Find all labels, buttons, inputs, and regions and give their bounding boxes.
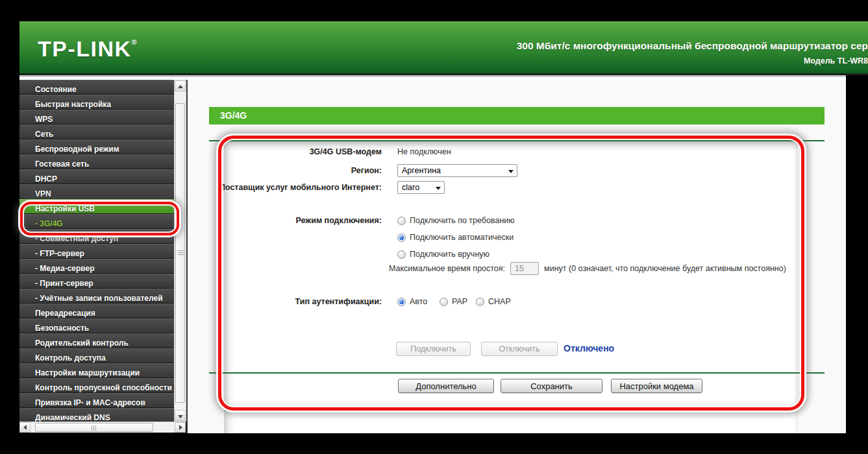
modem-status-value: Не подключен [397,145,451,158]
connect-button[interactable]: Подключить [396,342,471,356]
auth-option-chap[interactable]: CHAP [476,295,511,308]
header: TP-LINK® 300 Мбит/с многофункциональный … [19,21,868,75]
idle-time-input[interactable] [510,262,539,275]
sidebar-item-label: Переадресация [35,309,95,318]
sidebar-item-label: Состояние [35,85,77,94]
sidebar-item-label: Гостевая сеть [35,160,89,169]
auth-option-pap[interactable]: PAP [440,295,467,308]
radio-label[interactable]: Подключить по требованию [410,216,515,225]
scroll-down-button[interactable] [175,410,186,421]
radio-button-icon[interactable] [397,250,406,259]
radio-label[interactable]: Подключить вручную [410,250,490,259]
sidebar-item-label: Настройки маршрутизации [35,368,140,377]
sidebar-item-dynamic-dns[interactable]: Динамический DNS [19,408,174,422]
sidebar-item-network[interactable]: Сеть [19,125,174,139]
sidebar-item-3g4g[interactable]: - 3G/4G [19,214,174,229]
sidebar-item-label: - FTP-сервер [35,249,84,258]
scroll-right-button[interactable] [175,422,186,433]
region-label: Регион: [201,164,382,177]
modem-settings-button[interactable]: Настройки модема [611,379,702,393]
sidebar-item-wireless[interactable]: Беспроводной режим [19,139,174,154]
region-selected-value: Аргентина [402,166,441,175]
idle-time-row: Максимальное время простоя: минут (0 озн… [389,262,786,275]
mode-option-automatic[interactable]: Подключить автоматически [397,231,514,244]
sidebar-item-wps[interactable]: WPS [19,110,174,125]
radio-label[interactable]: PAP [452,297,467,306]
page: TP-LINK® 300 Мбит/с многофункциональный … [0,0,868,454]
sidebar-item-ip-mac-binding[interactable]: Привязка IP- и MAC-адресов [19,393,174,408]
radio-label[interactable]: Авто [410,297,427,306]
horizontal-scrollbar-thumb[interactable] [35,423,153,432]
chevron-down-icon [508,170,514,173]
sidebar-item-media-server[interactable]: - Медиа-сервер [19,259,174,274]
disconnect-button[interactable]: Отключить [481,342,558,356]
radio-button-icon[interactable] [397,217,406,225]
sidebar-item-label: VPN [35,189,51,198]
sidebar-item-label: Быстрая настройка [35,100,111,109]
vertical-scrollbar-thumb[interactable] [175,103,185,403]
sidebar-item-print-server[interactable]: - Принт-сервер [19,274,174,289]
arrow-left-icon [23,425,27,430]
sidebar-vertical-scrollbar[interactable] [174,80,186,422]
router-description: 300 Мбит/с многофункциональный беспровод… [517,40,868,52]
region-select[interactable]: Аргентина [397,164,517,177]
radio-button-icon[interactable] [440,298,448,306]
radio-button-icon[interactable] [476,298,484,306]
sidebar-item-dhcp[interactable]: DHCP [19,169,174,184]
advanced-button[interactable]: Дополнительно [398,379,494,393]
arrow-up-icon [178,85,183,88]
scroll-up-button[interactable] [175,80,186,91]
auth-type-label: Тип аутентифиакции: [201,295,382,308]
sidebar-item-label: - Принт-сервер [35,279,93,288]
mode-option-manual[interactable]: Подключить вручную [397,248,490,261]
idle-time-label: Максимальное время простоя: [389,264,505,273]
sidebar-item-forwarding[interactable]: Переадресация [19,304,174,318]
sidebar-item-shared-access[interactable]: - Совместный доступ [19,229,174,244]
scroll-left-button[interactable] [19,422,31,433]
chevron-down-icon [436,187,441,190]
sidebar-item-status[interactable]: Состояние [19,80,174,95]
sidebar-item-label: Контроль доступа [35,353,106,363]
sidebar-item-user-accounts[interactable]: - Учётные записи пользователей [19,289,174,304]
connection-mode-label: Режим подключения: [201,214,382,227]
provider-select[interactable]: claro [397,181,445,194]
sidebar-item-bandwidth-control[interactable]: Контроль пропускной способности [19,378,174,393]
sidebar-item-vpn[interactable]: VPN [19,184,174,199]
sidebar-item-label: Контроль пропускной способности [35,383,172,392]
main-content: 3G/4G 3G/4G USB-модем Не подключен Регио… [188,80,846,433]
sidebar-item-ftp-server[interactable]: - FTP-сервер [19,244,174,259]
sidebar-horizontal-scrollbar[interactable] [19,422,186,433]
sidebar-item-usb-settings[interactable]: Настройки USB [19,199,174,214]
sidebar-item-label: - 3G/4G [35,219,63,228]
mode-option-on-demand[interactable]: Подключить по требованию [397,214,515,227]
sidebar-item-security[interactable]: Безопасность [19,318,174,333]
radio-button-checked-icon[interactable] [397,233,406,242]
sidebar-item-label: Динамический DNS [35,413,110,422]
sidebar-item-quick-setup[interactable]: Быстрая настройка [19,95,174,110]
router-model: Модель TL-WR8 [804,56,868,66]
radio-label[interactable]: CHAP [488,297,511,306]
idle-time-suffix: минут (0 означает, что подключение будет… [544,264,786,273]
arrow-down-icon [178,415,183,418]
sidebar-item-access-control[interactable]: Контроль доступа [19,348,174,363]
sidebar-item-guest-network[interactable]: Гостевая сеть [19,154,174,169]
radio-label[interactable]: Подключить автоматически [410,233,514,242]
sidebar-item-label: - Совместный доступ [35,234,118,243]
page-title: 3G/4G [209,107,825,125]
logo-text: TP-LINK [38,36,132,61]
sidebar-item-routing[interactable]: Настройки маршрутизации [19,363,174,378]
connection-status-badge: Отключено [564,343,614,353]
sidebar-item-label: Настройки USB [35,204,95,213]
radio-button-checked-icon[interactable] [397,298,406,306]
sidebar-item-label: DHCP [35,174,57,184]
provider-label: Поставщик услуг мобильного Интернет: [201,181,382,194]
save-button[interactable]: Сохранить [501,379,602,393]
sidebar-item-label: Сеть [35,130,53,139]
sidebar-item-parental-control[interactable]: Родительский контроль [19,333,174,348]
auth-option-auto[interactable]: Авто [397,295,427,308]
arrow-right-icon [179,425,182,430]
sidebar-item-label: Привязка IP- и MAC-адресов [35,398,145,407]
provider-selected-value: claro [402,183,419,192]
sidebar-item-label: Безопасность [35,324,89,333]
sidebar-item-label: Родительский контроль [35,339,129,348]
